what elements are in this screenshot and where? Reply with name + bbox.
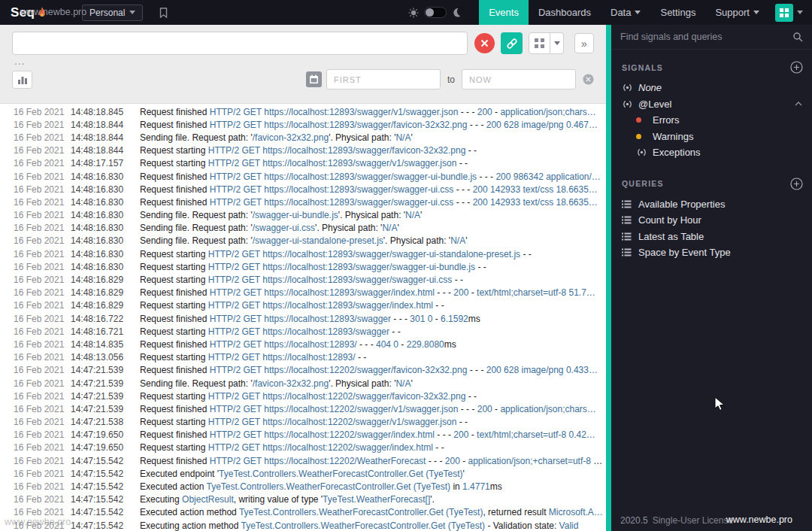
license-label: Single-User License — [653, 515, 733, 526]
event-row[interactable]: 16 Feb 202114:47:21.539Request finished … — [0, 402, 606, 415]
range-from-input[interactable] — [326, 69, 441, 90]
nav-label: Events — [489, 7, 519, 18]
event-date: 16 Feb 2021 — [14, 494, 71, 505]
clear-filter-button[interactable] — [474, 33, 495, 53]
event-row[interactable]: 16 Feb 202114:47:19.650Request starting … — [0, 441, 606, 454]
calendar-icon[interactable] — [306, 71, 322, 87]
event-time: 14:47:15.542 — [71, 507, 140, 517]
signal-search-input[interactable] — [620, 32, 786, 42]
clear-range-icon[interactable] — [583, 74, 594, 85]
event-time: 14:47:21.539 — [71, 365, 140, 375]
nav-events[interactable]: Events — [479, 0, 529, 25]
signal-item-errors[interactable]: Errors — [611, 112, 812, 129]
event-message: Request finished HTTP/2 GET https://loca… — [140, 429, 606, 440]
range-to-input[interactable] — [462, 69, 576, 90]
event-date: 16 Feb 2021 — [14, 417, 71, 427]
nav-data[interactable]: Data — [601, 0, 650, 25]
event-row[interactable]: 16 Feb 202114:48:16.830Request finished … — [0, 183, 606, 196]
signal-item-warnings[interactable]: Warnings — [611, 129, 812, 145]
chart-toggle-button[interactable] — [12, 71, 32, 89]
search-icon[interactable] — [792, 32, 803, 42]
event-date: 16 Feb 2021 — [14, 145, 71, 156]
signal-link-button[interactable] — [501, 32, 523, 54]
signal-item-level[interactable]: @Level — [611, 96, 812, 113]
event-time: 14:48:18.844 — [71, 120, 140, 130]
queries-header-row: QUERIES — [622, 178, 803, 190]
event-row[interactable]: 16 Feb 202114:47:21.539Request finished … — [0, 364, 606, 377]
event-row[interactable]: 16 Feb 202114:48:16.829Request starting … — [0, 299, 606, 312]
view-options-button[interactable] — [550, 32, 564, 54]
version-label: 2020.5 — [620, 515, 648, 526]
event-row[interactable]: 16 Feb 202114:47:15.542Request finished … — [0, 454, 606, 467]
event-row[interactable]: 16 Feb 202114:47:21.539Sending file. Req… — [0, 377, 606, 390]
event-date: 16 Feb 2021 — [14, 275, 71, 285]
light-theme-icon[interactable] — [408, 8, 419, 18]
workspace-selector[interactable]: Personal — [82, 5, 143, 21]
event-row[interactable]: 16 Feb 202114:47:21.539Request starting … — [0, 390, 606, 402]
nav-settings[interactable]: Settings — [650, 0, 705, 25]
event-row[interactable]: 16 Feb 202114:48:17.157Request starting … — [0, 157, 606, 170]
view-grid-button[interactable] — [529, 32, 550, 54]
query-item-count-by-hour[interactable]: Count by Hour — [611, 212, 812, 229]
event-row[interactable]: 16 Feb 202114:48:16.830Request finished … — [0, 196, 606, 208]
panel-splitter[interactable] — [606, 25, 611, 531]
event-row[interactable]: 16 Feb 202114:48:16.830Request finished … — [0, 170, 606, 183]
collapse-icon[interactable] — [795, 102, 802, 106]
add-query-button[interactable] — [790, 178, 803, 190]
event-row[interactable]: 16 Feb 202114:48:18.844Request finished … — [0, 118, 606, 131]
nav-dashboards[interactable]: Dashboards — [529, 0, 601, 25]
event-date: 16 Feb 2021 — [14, 378, 71, 389]
event-row[interactable]: 16 Feb 202114:48:16.722Request finished … — [0, 312, 606, 325]
event-row[interactable]: 16 Feb 202114:47:21.538Request starting … — [0, 416, 606, 429]
event-row[interactable]: 16 Feb 202114:48:16.830Request starting … — [0, 247, 606, 260]
warning-dot-icon — [636, 134, 641, 139]
event-row[interactable]: 16 Feb 202114:48:18.844Request starting … — [0, 144, 606, 157]
event-row[interactable]: 16 Feb 202114:48:16.830Sending file. Req… — [0, 235, 606, 247]
signal-item-exceptions[interactable]: Exceptions — [611, 144, 812, 161]
event-row[interactable]: 16 Feb 202114:48:13.056Request starting … — [0, 351, 606, 364]
chevron-down-icon — [797, 11, 803, 14]
signal-item-none[interactable]: None — [611, 80, 812, 96]
event-row[interactable]: 16 Feb 202114:48:14.835Request finished … — [0, 338, 606, 350]
event-row[interactable]: 16 Feb 202114:47:15.542Executed action m… — [0, 506, 606, 519]
event-time: 14:47:19.650 — [71, 442, 140, 453]
query-item-space-by-event-type[interactable]: Space by Event Type — [611, 244, 812, 261]
event-message: Sending file. Request path: '/favicon-32… — [140, 132, 606, 143]
event-row[interactable]: 16 Feb 202114:48:16.830Sending file. Req… — [0, 209, 606, 222]
event-row[interactable]: 16 Feb 202114:48:18.845Request finished … — [0, 105, 606, 118]
event-row[interactable]: 16 Feb 202114:48:16.830Request starting … — [0, 260, 606, 273]
query-item-available-properties[interactable]: Available Properties — [611, 196, 812, 213]
dark-theme-icon[interactable] — [452, 8, 461, 17]
event-row[interactable]: 16 Feb 202114:47:15.542Executed action T… — [0, 480, 606, 493]
expand-panel-button[interactable]: » — [574, 33, 594, 53]
query-label: Latest as Table — [638, 231, 704, 242]
event-row[interactable]: 16 Feb 202114:48:18.844Sending file. Req… — [0, 131, 606, 144]
range-to-label: to — [447, 74, 455, 85]
event-message: Executed action TyeTest.Controllers.Weat… — [140, 481, 606, 492]
bookmark-icon[interactable] — [159, 8, 168, 18]
events-panel: » ... to 16 Feb — [0, 25, 606, 531]
user-menu[interactable] — [775, 4, 803, 22]
add-signal-button[interactable] — [790, 61, 803, 74]
signals-header: SIGNALS — [622, 63, 663, 72]
event-time: 14:48:13.056 — [71, 352, 140, 363]
theme-toggle[interactable] — [424, 7, 447, 18]
event-time: 14:48:18.844 — [71, 145, 140, 156]
top-navbar: Seq Personal EventsDashboardsDataSetting… — [0, 0, 812, 25]
nav-support[interactable]: Support — [705, 0, 769, 25]
event-row[interactable]: 16 Feb 202114:47:15.542Executed endpoint… — [0, 467, 606, 480]
event-row[interactable]: 16 Feb 202114:47:15.542Executing ObjectR… — [0, 493, 606, 506]
event-row[interactable]: 16 Feb 202114:48:16.721Request starting … — [0, 325, 606, 338]
query-item-latest-as-table[interactable]: Latest as Table — [611, 229, 812, 245]
level-dot-icon — [636, 134, 653, 139]
event-row[interactable]: 16 Feb 202114:47:15.542Executing action … — [0, 519, 606, 531]
event-list[interactable]: 16 Feb 202114:48:18.845Request finished … — [0, 104, 606, 531]
event-row[interactable]: 16 Feb 202114:48:16.829Request starting … — [0, 273, 606, 286]
event-row[interactable]: 16 Feb 202114:47:19.650Request finished … — [0, 429, 606, 441]
event-time: 14:48:16.722 — [71, 314, 140, 324]
event-row[interactable]: 16 Feb 202114:48:16.829Request finished … — [0, 287, 606, 299]
collapsed-histogram-toggle[interactable]: ... — [14, 57, 594, 65]
filter-input[interactable] — [12, 32, 468, 55]
event-time: 14:47:15.542 — [71, 494, 140, 505]
event-row[interactable]: 16 Feb 202114:48:16.830Sending file. Req… — [0, 222, 606, 235]
